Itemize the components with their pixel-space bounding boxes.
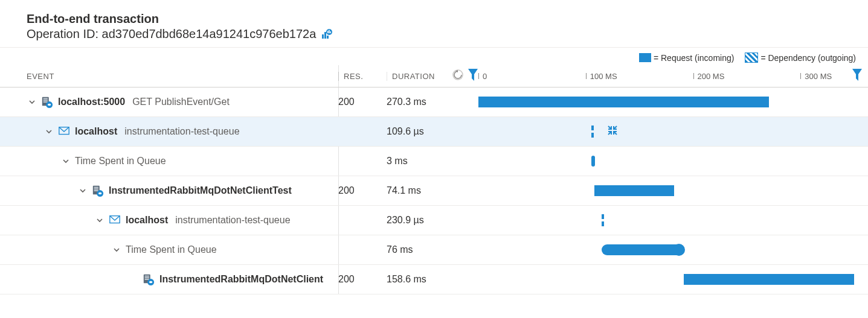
duration-bar: [591, 126, 594, 138]
row-timeline: [471, 206, 858, 235]
col-res[interactable]: RES.: [338, 72, 387, 81]
queue-icon: [58, 126, 70, 138]
legend-request-label: = Request (incoming): [654, 53, 734, 63]
row-timeline: [471, 87, 858, 116]
chevron-down-icon[interactable]: [77, 185, 88, 196]
row-duration: 3 ms: [387, 156, 471, 167]
transaction-row[interactable]: localhost:5000GET PublishEvent/Get200270…: [0, 87, 868, 117]
svg-rect-16: [94, 188, 98, 189]
app-insights-icon[interactable]: [321, 28, 333, 40]
svg-rect-6: [330, 31, 332, 33]
row-name: localhost:5000: [58, 97, 125, 107]
svg-rect-21: [145, 276, 149, 277]
transaction-row[interactable]: Time Spent in Queue76 ms: [0, 235, 868, 265]
svg-rect-11: [43, 101, 48, 103]
duration-bar: [684, 274, 854, 285]
transaction-row[interactable]: InstrumentedRabbitMqDotNetClient200158.6…: [0, 265, 868, 294]
row-duration: 109.6 µs: [387, 126, 471, 137]
chevron-down-icon[interactable]: [27, 97, 37, 107]
row-duration: 74.1 ms: [387, 185, 471, 196]
duration-bar: [602, 244, 683, 255]
filter-start-icon[interactable]: [468, 68, 478, 81]
legend-dependency-swatch: [745, 52, 758, 63]
operation-id-value: ad370ed7dbd68e14a91241c976eb172a: [102, 27, 317, 41]
transaction-row[interactable]: InstrumentedRabbitMqDotNetClientTest2007…: [0, 176, 868, 206]
svg-rect-15: [94, 187, 98, 188]
transaction-row[interactable]: localhostinstrumentation-test-queue230.9…: [0, 206, 868, 235]
row-detail: GET PublishEvent/Get: [132, 97, 230, 107]
svg-rect-2: [327, 36, 329, 39]
row-duration: 158.6 ms: [387, 274, 471, 285]
transaction-row[interactable]: localhostinstrumentation-test-queue109.6…: [0, 117, 868, 147]
queue-icon: [109, 214, 121, 226]
row-response-code: 200: [338, 185, 387, 196]
chevron-down-icon[interactable]: [111, 244, 122, 255]
operation-id-label: Operation ID:: [27, 27, 98, 41]
timeline-tick: 0: [478, 65, 487, 87]
legend-dependency-label: = Dependency (outgoing): [760, 53, 856, 63]
row-detail: instrumentation-test-queue: [124, 126, 239, 137]
row-detail: instrumentation-test-queue: [175, 215, 290, 226]
server-icon: [92, 185, 104, 197]
refresh-icon[interactable]: [452, 69, 464, 83]
svg-rect-0: [322, 34, 324, 39]
row-timeline: [471, 117, 858, 146]
server-icon: [143, 273, 155, 285]
svg-rect-4: [327, 31, 329, 33]
legend-request-swatch: [639, 53, 651, 62]
chevron-down-icon[interactable]: [94, 215, 105, 226]
collapse-icon[interactable]: [607, 125, 618, 138]
chevron-down-icon[interactable]: [43, 126, 54, 137]
filter-end-icon[interactable]: [852, 68, 863, 81]
svg-rect-22: [145, 277, 149, 278]
svg-rect-23: [145, 279, 149, 280]
row-timeline: [471, 265, 858, 294]
row-response-code: 200: [338, 274, 387, 285]
row-name: InstrumentedRabbitMqDotNetClientTest: [109, 185, 292, 196]
svg-rect-9: [43, 98, 48, 100]
row-detail: Time Spent in Queue: [75, 156, 166, 167]
duration-bar: [594, 185, 674, 196]
row-detail: Time Spent in Queue: [126, 244, 217, 255]
duration-bar: [591, 156, 595, 167]
svg-rect-17: [94, 190, 98, 191]
row-name: InstrumentedRabbitMqDotNetClient: [159, 274, 323, 285]
transaction-row[interactable]: Time Spent in Queue3 ms: [0, 147, 868, 176]
page-title: End-to-end transaction: [27, 12, 856, 26]
row-name: localhost: [75, 126, 117, 137]
row-timeline: [471, 176, 858, 205]
row-response-code: 200: [338, 97, 387, 107]
svg-rect-1: [324, 32, 326, 39]
timeline-tick: 100 MS: [586, 65, 617, 87]
server-icon: [41, 96, 53, 108]
row-timeline: [471, 235, 858, 264]
timeline-tick: 300 MS: [800, 65, 832, 87]
row-duration: 230.9 µs: [387, 215, 471, 226]
svg-rect-5: [329, 30, 330, 33]
row-name: localhost: [126, 215, 168, 226]
timeline-tick: 200 MS: [693, 65, 725, 87]
legend-request: = Request (incoming): [639, 53, 734, 63]
col-event[interactable]: EVENT: [0, 72, 338, 81]
row-duration: 76 ms: [387, 244, 471, 255]
svg-rect-10: [43, 100, 48, 101]
row-timeline: [471, 147, 858, 176]
duration-bar: [478, 97, 769, 107]
chevron-down-icon[interactable]: [60, 156, 71, 167]
duration-bar: [602, 214, 604, 226]
legend-dependency: = Dependency (outgoing): [745, 52, 856, 63]
row-duration: 270.3 ms: [387, 97, 471, 107]
